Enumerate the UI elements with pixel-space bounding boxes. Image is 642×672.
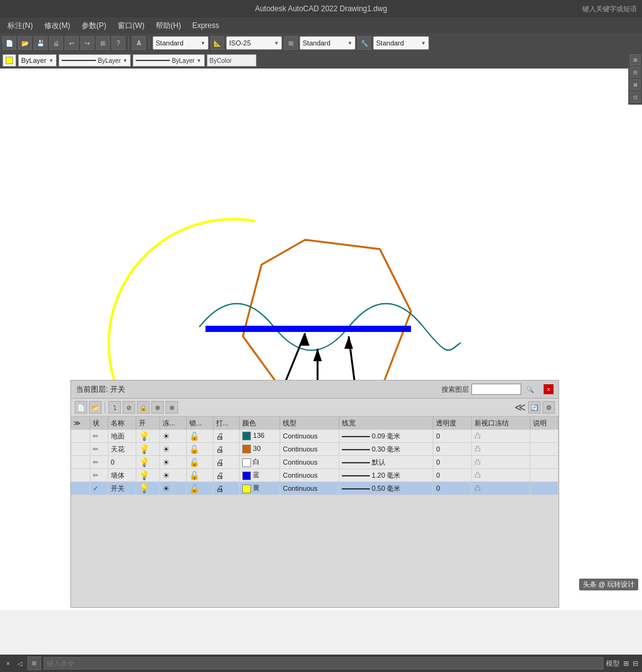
row-vp-freeze-cell[interactable]: 凸	[471, 482, 530, 495]
col-collapse[interactable]: ≫	[71, 417, 90, 430]
row-linetype-cell[interactable]: Continuous	[280, 482, 339, 495]
row-lineweight-cell[interactable]: 0.09 毫米	[339, 430, 433, 443]
col-lock[interactable]: 锁...	[186, 417, 213, 430]
row-on-cell[interactable]: 💡	[136, 482, 160, 495]
col-name[interactable]: 名称	[108, 417, 136, 430]
row-lock-cell[interactable]: 🔓	[186, 430, 213, 443]
undo-btn[interactable]: ↩	[65, 36, 78, 50]
row-freeze-cell[interactable]: ☀	[160, 469, 187, 482]
row-color-cell[interactable]: 黄	[240, 482, 280, 495]
close-status-btn[interactable]: ×	[4, 659, 12, 668]
row-print-cell[interactable]: 🖨	[213, 469, 240, 482]
table-row[interactable]: ✏ 墙体 💡 ☀ 🔓 🖨 蓝 Continuous 1.20 毫米 0 凸	[71, 469, 559, 482]
table-row[interactable]: ✓ 开关 💡 ☀ 🔓 🖨 黄 Continuous 0.50 毫米 0 凸	[71, 482, 559, 495]
row-name-cell[interactable]: 地面	[108, 430, 136, 443]
layout-icon[interactable]: ⊞	[623, 660, 629, 668]
col-color[interactable]: 颜色	[240, 417, 280, 430]
row-color-cell[interactable]: 30	[240, 443, 280, 456]
row-transparency-cell[interactable]: 0	[433, 443, 471, 456]
col-status[interactable]: 状	[90, 417, 108, 430]
row-freeze-cell[interactable]: ☀	[160, 482, 187, 495]
row-on-cell[interactable]: 💡	[136, 430, 160, 443]
row-lineweight-cell[interactable]: 0.50 毫米	[339, 482, 433, 495]
row-freeze-cell[interactable]: ☀	[160, 443, 187, 456]
table-row[interactable]: ✏ 0 💡 ☀ 🔓 🖨 白 Continuous 默认 0 凸	[71, 456, 559, 469]
col-lineweight[interactable]: 线宽	[339, 417, 433, 430]
col-vp-freeze[interactable]: 新视口冻结	[471, 417, 530, 430]
row-linetype-cell[interactable]: Continuous	[280, 469, 339, 482]
help-btn[interactable]: ?	[111, 36, 125, 50]
table-icon[interactable]: ⊞	[284, 36, 298, 50]
command-input[interactable]	[44, 657, 603, 670]
text-style-dropdown[interactable]: Standard ▼	[153, 36, 209, 50]
row-name-cell[interactable]: 0	[108, 456, 136, 469]
layer-dropdown[interactable]: ByLayer ▼	[18, 54, 57, 67]
undo-status-btn[interactable]: ◁	[15, 659, 25, 668]
bycolor-dropdown[interactable]: ByColor	[207, 54, 257, 67]
linestyle-dropdown[interactable]: ByLayer ▼	[59, 54, 131, 67]
menu-annotation[interactable]: 标注(N)	[2, 19, 38, 32]
row-freeze-cell[interactable]: ☀	[160, 430, 187, 443]
col-transparency[interactable]: 透明度	[433, 417, 471, 430]
layer-tool5[interactable]: ⊗	[166, 401, 178, 414]
layer-tool3[interactable]: 🔒	[137, 401, 149, 414]
side-btn-1[interactable]: ⊞	[630, 54, 641, 65]
dim-style-dropdown[interactable]: ISO-25 ▼	[226, 36, 282, 50]
expand-left-icon[interactable]: ≪	[514, 400, 526, 414]
col-print[interactable]: 打...	[213, 417, 240, 430]
row-print-cell[interactable]: 🖨	[213, 456, 240, 469]
layer-tool2[interactable]: ⊘	[123, 401, 135, 414]
row-vp-freeze-cell[interactable]: 凸	[471, 443, 530, 456]
text-btn[interactable]: A	[132, 36, 146, 50]
open-btn[interactable]: 📂	[18, 36, 32, 50]
multileader-style-dropdown[interactable]: Standard ▼	[373, 36, 429, 50]
col-description[interactable]: 说明	[530, 417, 558, 430]
row-lock-cell[interactable]: 🔓	[186, 456, 213, 469]
table-style-dropdown[interactable]: Standard ▼	[300, 36, 356, 50]
side-btn-2[interactable]: ⊟	[630, 67, 641, 78]
row-on-cell[interactable]: 💡	[136, 456, 160, 469]
search-layer-input[interactable]	[471, 384, 521, 395]
refresh-icon[interactable]: 🔄	[528, 401, 541, 414]
row-lock-cell[interactable]: 🔓	[186, 482, 213, 495]
row-lock-cell[interactable]: 🔓	[186, 469, 213, 482]
menu-help[interactable]: 帮助(H)	[151, 19, 186, 32]
row-color-cell[interactable]: 136	[240, 430, 280, 443]
layer-tool4[interactable]: ⊕	[151, 401, 164, 414]
row-lineweight-cell[interactable]: 默认	[339, 456, 433, 469]
row-name-cell[interactable]: 天花	[108, 443, 136, 456]
new-btn[interactable]: 📄	[2, 36, 16, 50]
redo-btn[interactable]: ↪	[80, 36, 94, 50]
layer-tool1[interactable]: ⤵	[108, 401, 121, 414]
row-lineweight-cell[interactable]: 0.30 毫米	[339, 443, 433, 456]
row-transparency-cell[interactable]: 0	[433, 469, 471, 482]
table-row[interactable]: ✏ 天花 💡 ☀ 🔓 🖨 30 Continuous 0.30 毫米 0 凸	[71, 443, 559, 456]
row-vp-freeze-cell[interactable]: 凸	[471, 469, 530, 482]
save-btn[interactable]: 💾	[34, 36, 47, 50]
row-freeze-cell[interactable]: ☀	[160, 456, 187, 469]
row-color-cell[interactable]: 蓝	[240, 469, 280, 482]
row-print-cell[interactable]: 🖨	[213, 482, 240, 495]
row-linetype-cell[interactable]: Continuous	[280, 443, 339, 456]
lineweight-dropdown[interactable]: ByLayer ▼	[133, 54, 205, 67]
search-icon[interactable]: 🔍	[524, 383, 536, 395]
command-icon[interactable]: ⊞	[27, 656, 41, 670]
plot-btn[interactable]: ⊞	[96, 36, 110, 50]
settings-icon[interactable]: ⚙	[542, 401, 555, 414]
row-transparency-cell[interactable]: 0	[433, 456, 471, 469]
row-lineweight-cell[interactable]: 1.20 毫米	[339, 469, 433, 482]
grid-icon[interactable]: ⊟	[633, 660, 638, 668]
row-on-cell[interactable]: 💡	[136, 469, 160, 482]
multileader-icon[interactable]: 🔧	[357, 36, 371, 50]
row-linetype-cell[interactable]: Continuous	[280, 456, 339, 469]
side-btn-3[interactable]: ⊠	[630, 79, 641, 90]
row-name-cell[interactable]: 墙体	[108, 469, 136, 482]
row-transparency-cell[interactable]: 0	[433, 430, 471, 443]
row-on-cell[interactable]: 💡	[136, 443, 160, 456]
row-vp-freeze-cell[interactable]: 凸	[471, 430, 530, 443]
row-lock-cell[interactable]: 🔓	[186, 443, 213, 456]
col-freeze[interactable]: 冻...	[160, 417, 187, 430]
col-on[interactable]: 开	[136, 417, 160, 430]
row-color-cell[interactable]: 白	[240, 456, 280, 469]
canvas-area[interactable]: 当前图层: 开关 搜索图层 🔍 × 📄 📂 ⤵ ⊘ 🔒 ⊕ ⊗ ≪ 🔄 ⚙	[0, 69, 642, 610]
